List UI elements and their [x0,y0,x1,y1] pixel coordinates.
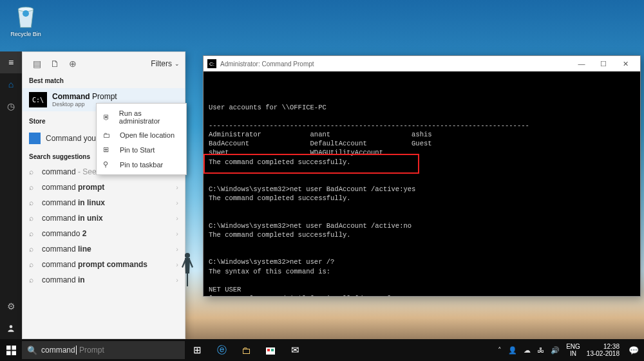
panel-top-scopes: ▤ 🗋 ⊕ Filters ⌄ [23,52,185,75]
best-match-header: Best match [23,75,185,88]
ctx-run-as-admin[interactable]: ⛨Run as administrator [97,106,186,128]
nav-hamburger-icon[interactable]: ≡ [0,51,22,73]
search-text: command Prompt [41,346,104,355]
taskbar-explorer-icon[interactable]: 🗀 [234,339,258,361]
console-output[interactable]: User accounts for \\OFFICE-PC ----------… [204,71,640,296]
search-icon: ⌕ [29,183,42,192]
search-suggestion[interactable]: ⌕command in unix› [23,210,185,226]
search-icon: ⌕ [29,275,42,284]
store-app-icon [29,133,41,144]
svg-point-2 [185,253,190,258]
scope-web-icon[interactable]: ⊕ [64,59,82,69]
admin-shield-icon: ⛨ [103,113,113,121]
search-icon: ⌕ [29,214,42,223]
nav-gear-icon[interactable]: ⚙ [0,295,22,317]
context-menu: ⛨Run as administrator 🗀Open file locatio… [96,103,187,175]
highlight-box [204,154,419,174]
action-center-icon[interactable]: 💬 [623,339,644,361]
search-suggestion[interactable]: ⌕command in linux› [23,195,185,210]
chevron-right-icon: › [176,261,178,268]
taskbar-mail-icon[interactable]: ✉ [283,339,307,361]
folder-icon: 🗀 [103,131,113,139]
search-icon: ⌕ [29,260,42,269]
recycle-bin-icon [15,4,37,30]
tray-network-icon[interactable]: 🖧 [537,346,544,354]
search-suggestion[interactable]: ⌕command prompt› [23,180,185,195]
tray-chevron-icon[interactable]: ˄ [498,346,502,355]
pin-taskbar-icon: ⚲ [103,160,113,169]
window-titlebar[interactable]: C: Administrator: Command Prompt — ☐ ✕ [204,56,640,71]
chevron-right-icon: › [176,245,178,253]
search-icon: 🔍 [27,346,37,355]
start-side-rail: ≡ ⌂ ◷ ⚙ [0,51,22,339]
best-match-title: Command Prompt [52,92,117,101]
taskbar-store-icon[interactable] [258,339,283,361]
search-icon: ⌕ [29,167,42,176]
scope-documents-icon[interactable]: 🗋 [46,59,64,69]
search-suggestion[interactable]: ⌕command prompt commands› [23,257,185,272]
taskbar-search[interactable]: 🔍 command Prompt [22,341,185,359]
tray-language[interactable]: ENG IN [566,343,580,357]
taskbar-pinned: ⊞ ⓔ 🗀 ✉ [185,339,307,361]
chevron-down-icon: ⌄ [175,60,180,67]
chevron-right-icon: › [176,276,178,284]
system-tray: ˄ 👤 ☁ 🖧 🔊 ENG IN 12:38 13-02-2018 [494,343,623,357]
filters-dropdown[interactable]: Filters ⌄ [151,59,180,68]
window-command-prompt[interactable]: C: Administrator: Command Prompt — ☐ ✕ U… [203,55,641,297]
chevron-right-icon: › [176,230,178,237]
store-result-label: Command your [46,134,99,143]
svg-rect-9 [271,349,274,351]
tray-clock[interactable]: 12:38 13-02-2018 [587,343,620,357]
chevron-right-icon: › [176,183,178,191]
ctx-pin-to-start[interactable]: ⊞Pin to Start [97,142,186,157]
desktop-icon-recycle-bin[interactable]: Recycle Bin [6,4,45,37]
tray-people-icon[interactable]: 👤 [508,346,517,355]
ctx-open-file-location[interactable]: 🗀Open file location [97,128,186,142]
taskbar-edge-icon[interactable]: ⓔ [209,339,234,361]
recycle-bin-label: Recycle Bin [6,31,45,37]
chevron-right-icon: › [176,214,178,222]
cmd-icon: C:\ [29,92,47,107]
svg-rect-5 [6,351,11,355]
chevron-right-icon: › [176,199,178,207]
tray-onedrive-icon[interactable]: ☁ [524,346,531,355]
nav-clock-icon[interactable]: ◷ [0,95,22,117]
window-minimize[interactable]: — [571,56,592,71]
scope-apps-icon[interactable]: ▤ [28,59,46,69]
task-view-icon[interactable]: ⊞ [185,339,209,361]
cmd-titlebar-icon: C: [207,59,216,68]
start-button[interactable] [0,339,22,361]
search-icon: ⌕ [29,229,42,238]
window-title: Administrator: Command Prompt [220,60,314,68]
pin-start-icon: ⊞ [103,145,113,154]
nav-home-icon[interactable]: ⌂ [0,73,22,95]
tray-volume-icon[interactable]: 🔊 [551,346,560,355]
search-suggestion[interactable]: ⌕command in› [23,272,185,288]
ctx-pin-to-taskbar[interactable]: ⚲Pin to taskbar [97,157,186,172]
svg-rect-6 [12,351,16,355]
search-icon: ⌕ [29,198,42,207]
svg-point-1 [10,325,13,328]
search-icon: ⌕ [29,245,42,254]
window-maximize[interactable]: ☐ [592,56,614,71]
nav-user-icon[interactable] [0,317,22,339]
svg-rect-8 [267,349,270,351]
start-search-panel: ▤ 🗋 ⊕ Filters ⌄ Best match C:\ Command P… [22,51,185,339]
search-suggestion[interactable]: ⌕command line› [23,241,185,257]
window-close[interactable]: ✕ [614,56,636,71]
search-suggestion[interactable]: ⌕commando 2› [23,226,185,241]
filters-label: Filters [151,59,172,68]
taskbar: 🔍 command Prompt ⊞ ⓔ 🗀 ✉ ˄ 👤 ☁ 🖧 🔊 ENG I… [0,339,644,361]
svg-rect-4 [12,346,16,350]
svg-rect-3 [6,346,11,350]
